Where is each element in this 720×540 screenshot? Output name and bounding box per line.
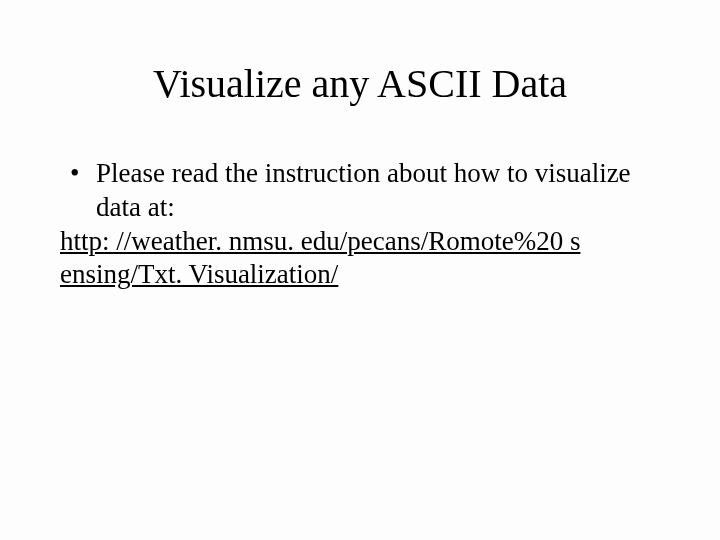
instruction-link[interactable]: http: //weather. nmsu. edu/pecans/Romote… xyxy=(60,225,660,293)
slide-title: Visualize any ASCII Data xyxy=(60,60,660,107)
slide-content: Please read the instruction about how to… xyxy=(60,157,660,292)
bullet-text: Please read the instruction about how to… xyxy=(96,158,631,222)
slide: Visualize any ASCII Data Please read the… xyxy=(0,0,720,540)
bullet-item: Please read the instruction about how to… xyxy=(60,157,660,225)
